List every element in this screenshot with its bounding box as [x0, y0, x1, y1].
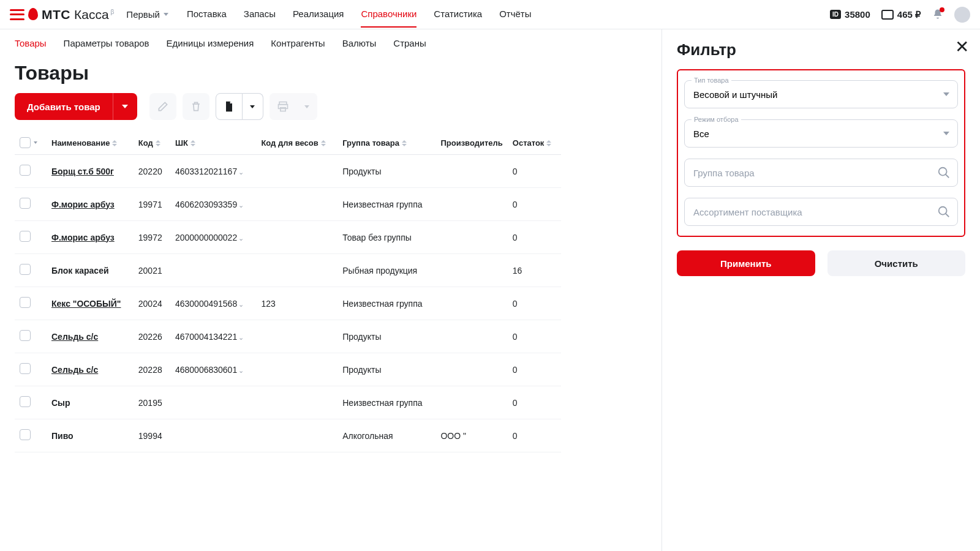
checkbox-row[interactable] [20, 264, 31, 275]
checkbox-row[interactable] [20, 231, 31, 242]
checkbox-row[interactable] [20, 396, 31, 407]
cell-group: Товар без группы [337, 221, 435, 254]
checkbox-row[interactable] [20, 198, 31, 209]
logo[interactable]: МТС Касса β [28, 7, 114, 22]
balance-value: 465 ₽ [897, 9, 921, 20]
chevron-down-icon[interactable]: ⌄ [238, 334, 244, 342]
product-name[interactable]: Ф.морис арбуз [51, 233, 115, 242]
selection-mode-select[interactable] [684, 119, 958, 148]
cell-manufacturer [435, 353, 507, 386]
print-button [270, 93, 296, 120]
hamburger-icon[interactable] [10, 9, 24, 20]
cell-sk: 4630000491568⌄ [170, 287, 256, 320]
cell-manufacturer: ООО " [435, 419, 507, 452]
checkbox-row[interactable] [20, 165, 31, 176]
edit-button [149, 93, 176, 120]
product-name[interactable]: Ф.морис арбуз [51, 200, 115, 209]
supplier-assort-input[interactable] [684, 198, 958, 226]
chevron-down-icon[interactable]: ⌄ [238, 367, 244, 375]
clear-button[interactable]: Очистить [827, 250, 966, 276]
product-name: Блок карасей [51, 266, 109, 276]
checkbox-row[interactable] [20, 297, 31, 308]
product-group-input[interactable] [684, 159, 958, 187]
col-group[interactable]: Группа товара [342, 138, 399, 148]
cell-group: Неизвестная группа [337, 386, 435, 419]
chevron-down-icon[interactable] [34, 141, 37, 144]
subnav-contragents[interactable]: Контрагенты [271, 38, 325, 57]
sort-icon[interactable] [156, 140, 160, 146]
subnav-params[interactable]: Параметры товаров [64, 38, 149, 57]
chevron-down-icon[interactable]: ⌄ [238, 234, 244, 242]
sort-icon[interactable] [190, 140, 195, 146]
product-type-select[interactable] [684, 80, 958, 108]
checkbox-row[interactable] [20, 429, 31, 440]
checkbox-all[interactable] [20, 137, 31, 148]
close-icon: ✕ [955, 37, 969, 56]
table-row: Ф.морис арбуз199714606203093359⌄Неизвест… [15, 188, 561, 221]
checkbox-row[interactable] [20, 363, 31, 374]
product-name[interactable]: Борщ ст.б 500г [51, 167, 114, 176]
cell-group: Продукты [337, 155, 435, 188]
subnav-currencies[interactable]: Валюты [342, 38, 377, 57]
col-name[interactable]: Наименование [51, 138, 110, 148]
nav-directories[interactable]: Справочники [361, 1, 417, 28]
subnav-countries[interactable]: Страны [393, 38, 426, 57]
col-manufacturer[interactable]: Производитель [440, 138, 502, 148]
chevron-down-icon[interactable]: ⌄ [238, 301, 244, 309]
cell-code: 20226 [134, 320, 170, 353]
filter-actions: Применить Очистить [677, 250, 965, 276]
delete-button [183, 93, 209, 120]
chevron-down-icon[interactable]: ⌄ [238, 201, 244, 209]
print-icon [277, 100, 289, 113]
product-name: Пиво [51, 431, 74, 441]
export-button[interactable] [216, 93, 243, 120]
notifications-button[interactable] [932, 9, 943, 21]
store-selector[interactable]: Первый [126, 9, 168, 20]
col-code[interactable]: Код [138, 138, 153, 148]
add-product-group: Добавить товар [15, 93, 137, 120]
field-product-group[interactable] [684, 159, 958, 187]
cell-group: Рыбная продукция [337, 254, 435, 287]
nav-sales[interactable]: Реализация [293, 1, 344, 28]
sort-icon[interactable] [402, 140, 407, 146]
add-product-dropdown[interactable] [113, 93, 137, 120]
svg-point-5 [939, 207, 947, 215]
nav-stats[interactable]: Статистика [434, 1, 482, 28]
checkbox-row[interactable] [20, 330, 31, 341]
nav-reports[interactable]: Отчёты [499, 1, 531, 28]
chevron-down-icon [164, 13, 168, 16]
subnav-units[interactable]: Единицы измерения [167, 38, 254, 57]
col-scale[interactable]: Код для весов [261, 138, 318, 148]
sort-icon[interactable] [112, 140, 117, 146]
product-name[interactable]: Сельдь с/с [51, 365, 98, 375]
cell-code: 20195 [134, 386, 170, 419]
edit-icon [157, 100, 169, 113]
avatar[interactable] [954, 7, 970, 23]
cell-sk: 4606203093359⌄ [170, 188, 256, 221]
field-product-type[interactable]: Тип товара [684, 80, 958, 108]
col-sk[interactable]: ШК [175, 138, 188, 148]
export-dropdown[interactable] [243, 93, 263, 120]
account-id[interactable]: ID 35800 [830, 9, 870, 20]
field-selection-mode[interactable]: Режим отбора [684, 119, 958, 148]
sort-icon[interactable] [546, 140, 551, 146]
cell-code: 20024 [134, 287, 170, 320]
nav-stock[interactable]: Запасы [244, 1, 276, 28]
apply-button[interactable]: Применить [677, 250, 815, 276]
subnav-products[interactable]: Товары [15, 38, 47, 57]
sort-icon[interactable] [321, 140, 326, 146]
add-product-button[interactable]: Добавить товар [15, 93, 113, 120]
topbar-right: ID 35800 465 ₽ [830, 7, 970, 23]
product-name[interactable]: Кекс "ОСОБЫЙ" [51, 299, 121, 309]
product-name[interactable]: Сельдь с/с [51, 332, 98, 342]
col-stock[interactable]: Остаток [513, 138, 545, 148]
field-label: Тип товара [692, 77, 731, 84]
nav-supply[interactable]: Поставка [187, 1, 227, 28]
balance[interactable]: 465 ₽ [881, 9, 921, 20]
close-button[interactable]: ✕ [955, 40, 969, 54]
chevron-down-icon[interactable]: ⌄ [238, 168, 244, 176]
logo-kassa: Касса [74, 7, 109, 22]
bell-icon [932, 9, 943, 20]
field-supplier-assort[interactable] [684, 198, 958, 226]
cell-scale: 123 [256, 287, 337, 320]
